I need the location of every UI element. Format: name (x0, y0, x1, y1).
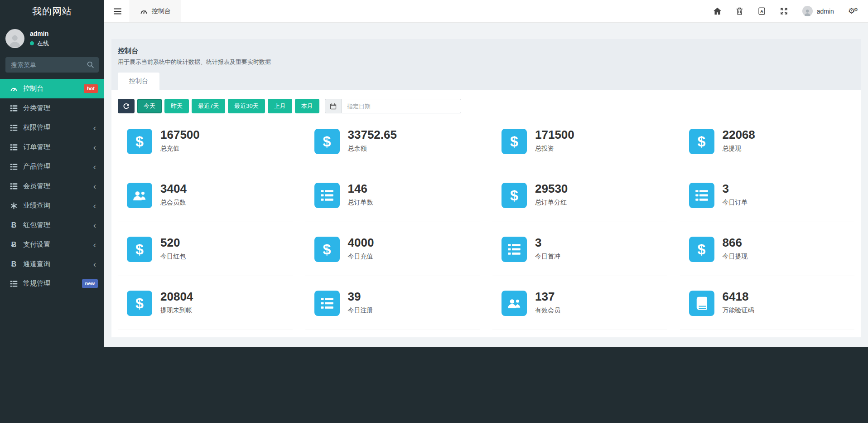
topbar-tab-console[interactable]: 控制台 (130, 0, 181, 22)
app-title[interactable]: 我的网站 (0, 0, 104, 23)
stat-label: 今日订单 (723, 199, 748, 207)
topbar: 控制台 A admin ⚙⚙ (104, 0, 868, 23)
filter-last7-button[interactable]: 最近7天 (192, 99, 225, 113)
stat-card: $22068总提现 (680, 114, 855, 168)
stat-card: $167500总充值 (118, 114, 293, 168)
stat-card: $33752.65总余额 (305, 114, 480, 168)
dollar-icon: $ (127, 291, 152, 316)
svg-text:A: A (761, 9, 764, 14)
refresh-button[interactable] (118, 99, 135, 113)
sidebar-item-payment[interactable]: Ƀ支付设置‹ (0, 235, 104, 254)
avatar (5, 29, 24, 48)
dollar-icon: $ (127, 237, 152, 262)
calendar-icon[interactable] (325, 99, 341, 113)
dashboard-icon (140, 8, 148, 15)
sidebar-item-general[interactable]: 常规管理new (0, 274, 104, 293)
chevron-left-icon: ‹ (93, 143, 98, 151)
stat-card: $171500总投资 (492, 114, 667, 168)
stat-label: 总提现 (723, 145, 755, 153)
sidebar: 我的网站 admin 在线 控制台hot分类管理权限管理‹订单管理‹产品管理‹会… (0, 0, 104, 423)
sidebar-item-order[interactable]: 订单管理‹ (0, 137, 104, 157)
stat-label: 总会员数 (160, 199, 187, 207)
user-panel: admin 在线 (0, 23, 104, 53)
chevron-left-icon: ‹ (93, 182, 98, 190)
chevron-left-icon: ‹ (93, 162, 98, 171)
dollar-icon: $ (502, 129, 527, 154)
list-icon (10, 124, 18, 131)
sidebar-item-channel[interactable]: Ƀ通道查询‹ (0, 254, 104, 274)
dollar-icon: $ (127, 129, 152, 154)
search-input[interactable] (5, 57, 99, 73)
stat-label: 万能验证码 (723, 306, 754, 315)
filter-today-button[interactable]: 今天 (137, 99, 162, 113)
stat-value: 22068 (723, 129, 755, 141)
list-icon (314, 183, 340, 208)
stat-value: 29530 (535, 183, 568, 195)
trash-icon[interactable] (736, 7, 744, 15)
dollar-icon: $ (689, 237, 714, 262)
stat-value: 137 (535, 291, 560, 303)
main-area: 控制台 A admin ⚙⚙ 控制台 用于展示当前系统中的统计数据、统计报表及重… (104, 0, 868, 423)
filter-last30-button[interactable]: 最近30天 (228, 99, 265, 113)
sidebar-item-label: 产品管理 (23, 162, 50, 171)
avatar (802, 6, 813, 16)
language-icon[interactable]: A (758, 7, 766, 15)
stat-card: 3404总会员数 (118, 168, 293, 222)
sidebar-toggle-icon[interactable] (104, 0, 130, 22)
stat-label: 有效会员 (535, 306, 560, 315)
stat-card: $4000今日充值 (305, 222, 480, 276)
stat-label: 提现未到帐 (160, 306, 193, 315)
list-icon (10, 143, 18, 151)
stat-label: 今日首冲 (535, 253, 560, 261)
dollar-icon: $ (689, 129, 714, 154)
filter-yesterday-button[interactable]: 昨天 (164, 99, 189, 113)
stat-value: 33752.65 (348, 129, 397, 141)
page-header: 控制台 用于展示当前系统中的统计数据、统计报表及重要实时数据 控制台 (111, 39, 861, 90)
user-name: admin (30, 30, 49, 37)
sidebar-item-permission[interactable]: 权限管理‹ (0, 118, 104, 137)
topbar-user-name: admin (817, 8, 834, 15)
asterisk-icon (10, 202, 18, 209)
stat-grid: $167500总充值$33752.65总余额$171500总投资$22068总提… (118, 114, 854, 330)
search-icon[interactable] (87, 61, 94, 68)
stat-label: 总订单分红 (535, 199, 568, 207)
btc-icon: Ƀ (10, 260, 18, 268)
user-status: 在线 (37, 39, 49, 48)
sidebar-item-category[interactable]: 分类管理 (0, 98, 104, 118)
page-subtitle: 用于展示当前系统中的统计数据、统计报表及重要实时数据 (118, 58, 854, 66)
dollar-icon: $ (502, 183, 527, 208)
stat-label: 总投资 (535, 145, 574, 153)
settings-gears-icon[interactable]: ⚙⚙ (848, 7, 858, 15)
sidebar-menu: 控制台hot分类管理权限管理‹订单管理‹产品管理‹会员管理‹业绩查询‹Ƀ红包管理… (0, 79, 104, 293)
chevron-left-icon: ‹ (93, 201, 98, 210)
sidebar-item-label: 权限管理 (23, 123, 50, 132)
stat-label: 总余额 (348, 145, 397, 153)
badge-new: new (82, 279, 98, 287)
stat-label: 总充值 (160, 145, 200, 153)
sidebar-item-label: 支付设置 (23, 240, 50, 249)
sidebar-item-member[interactable]: 会员管理‹ (0, 176, 104, 196)
sidebar-item-label: 控制台 (23, 84, 43, 93)
sidebar-item-performance[interactable]: 业绩查询‹ (0, 196, 104, 215)
users-icon (127, 183, 152, 208)
sidebar-item-label: 红包管理 (23, 221, 50, 229)
filter-last-month-button[interactable]: 上月 (268, 99, 292, 113)
stat-card: 39今日注册 (305, 276, 480, 330)
home-icon[interactable] (714, 7, 722, 15)
fullscreen-icon[interactable] (780, 7, 788, 15)
stat-card: 3今日首冲 (492, 222, 667, 276)
topbar-user[interactable]: admin (802, 6, 834, 16)
sidebar-item-console[interactable]: 控制台hot (0, 79, 104, 98)
stat-value: 171500 (535, 129, 574, 141)
btc-icon: Ƀ (10, 221, 18, 229)
tab-console[interactable]: 控制台 (118, 73, 159, 90)
stat-card: $866今日提现 (680, 222, 855, 276)
date-input[interactable] (341, 99, 461, 113)
stat-value: 39 (348, 291, 373, 303)
sidebar-item-redpacket[interactable]: Ƀ红包管理‹ (0, 215, 104, 235)
stat-card: 6418万能验证码 (680, 276, 855, 330)
stat-card: 146总订单数 (305, 168, 480, 222)
filter-this-month-button[interactable]: 本月 (295, 99, 319, 113)
stat-label: 总订单数 (348, 199, 373, 207)
sidebar-item-product[interactable]: 产品管理‹ (0, 157, 104, 176)
